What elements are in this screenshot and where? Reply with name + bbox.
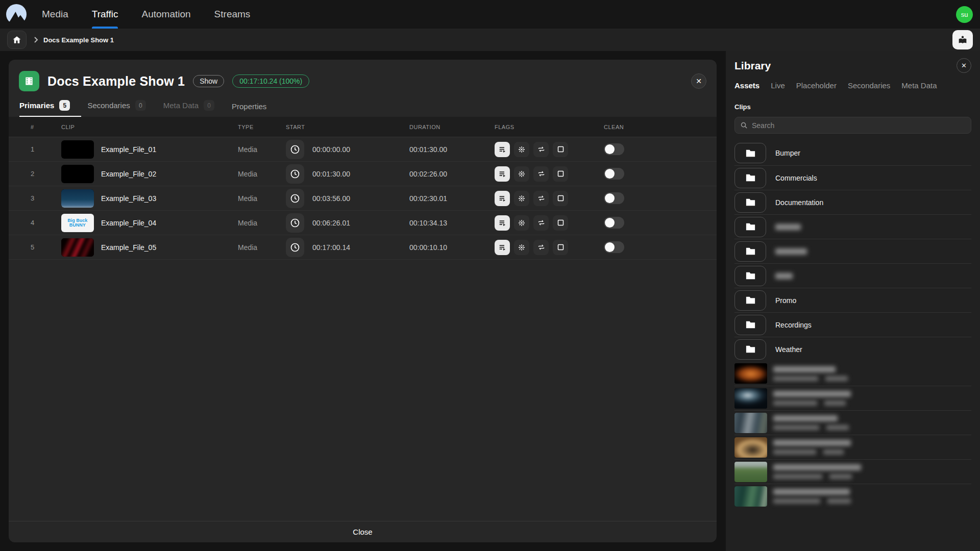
start-time-button[interactable] — [286, 189, 304, 208]
clip-name: Example_File_02 — [101, 170, 156, 178]
library-clip-item[interactable] — [734, 459, 971, 484]
library-tab-live[interactable]: Live — [771, 81, 785, 90]
folder-button[interactable] — [734, 192, 766, 213]
tab-count-badge: 0 — [204, 100, 214, 111]
start-time-button[interactable] — [286, 213, 304, 233]
breadcrumb-current[interactable]: Docs Example Show 1 — [43, 36, 114, 44]
clean-toggle[interactable] — [604, 241, 624, 253]
repeat-flag-button[interactable] — [533, 142, 549, 157]
snowflake-flag-button[interactable] — [514, 215, 529, 231]
snowflake-flag-button[interactable] — [514, 142, 529, 157]
frame-flag-button[interactable] — [553, 142, 568, 157]
start-time-button[interactable] — [286, 238, 304, 257]
folder-button[interactable] — [734, 217, 766, 237]
folder-button[interactable] — [734, 290, 766, 311]
workspace: Docs Example Show 1 Show 00:17:10.24 (10… — [0, 51, 980, 551]
repeat-flag-button[interactable] — [533, 240, 549, 255]
tab-primaries[interactable]: Primaries 5 — [19, 100, 70, 117]
library-tab-assets[interactable]: Assets — [734, 81, 760, 90]
nav-item-traffic[interactable]: Traffic — [83, 0, 128, 29]
library-close-button[interactable]: ✕ — [957, 58, 971, 73]
nav-item-media[interactable]: Media — [33, 0, 78, 29]
tab-properties[interactable]: Properties — [232, 102, 266, 117]
table-row[interactable]: 4 Big Buck BUNNY Example_File_04 Media 0… — [9, 211, 717, 235]
table-row[interactable]: 1 Example_File_01 Media 00:00:00.00 00:0… — [9, 137, 717, 162]
clip-info-redacted — [823, 449, 844, 455]
library-clip-item[interactable] — [734, 410, 971, 435]
col-clip: CLIP — [53, 124, 229, 130]
folder-row[interactable]: Bumper — [734, 141, 971, 165]
user-avatar[interactable]: su — [956, 6, 973, 23]
table-row[interactable]: 3 Example_File_03 Media 00:03:56.00 00:0… — [9, 186, 717, 211]
show-detail-modal: Docs Example Show 1 Show 00:17:10.24 (10… — [9, 60, 717, 542]
modal-header: Docs Example Show 1 Show 00:17:10.24 (10… — [9, 60, 717, 94]
folder-button[interactable] — [734, 315, 766, 335]
frame-flag-button[interactable] — [553, 215, 568, 231]
frame-flag-button[interactable] — [553, 240, 568, 255]
library-clip-item[interactable] — [734, 361, 971, 386]
library-tab-placeholder[interactable]: Placeholder — [796, 81, 837, 90]
playlist-play-flag-button[interactable] — [495, 142, 510, 157]
folder-row[interactable]: Recordings — [734, 312, 971, 337]
folder-button[interactable] — [734, 266, 766, 286]
clean-toggle[interactable] — [604, 217, 624, 229]
snowflake-flag-button[interactable] — [514, 166, 529, 182]
folder-button[interactable] — [734, 339, 766, 360]
nav-item-automation[interactable]: Automation — [132, 0, 200, 29]
nav-item-streams[interactable]: Streams — [205, 0, 260, 29]
folder-button[interactable] — [734, 168, 766, 188]
frame-flag-button[interactable] — [553, 191, 568, 206]
clip-type: Media — [229, 194, 277, 203]
clean-toggle[interactable] — [604, 192, 624, 204]
library-clip-item[interactable] — [734, 435, 971, 459]
snowflake-flag-button[interactable] — [514, 240, 529, 255]
duration: 00:00:10.10 — [401, 243, 486, 252]
library-search[interactable] — [734, 117, 971, 134]
library-clip-item[interactable] — [734, 484, 971, 508]
clean-toggle[interactable] — [604, 143, 624, 155]
clip-duration-redacted — [773, 474, 822, 479]
folder-row[interactable]: Documentation — [734, 190, 971, 214]
folder-row[interactable] — [734, 239, 971, 263]
playlist-play-flag-button[interactable] — [495, 166, 510, 182]
app-logo[interactable] — [0, 0, 33, 29]
library-tab-meta-data[interactable]: Meta Data — [901, 81, 937, 90]
folder-icon — [745, 343, 756, 355]
clip-duration-redacted — [773, 400, 817, 406]
playlist-play-flag-button[interactable] — [495, 240, 510, 255]
table-row[interactable]: 5 Example_File_05 Media 00:17:00.14 00:0… — [9, 235, 717, 260]
library-clip-item[interactable] — [734, 386, 971, 410]
folder-row[interactable]: Commercials — [734, 165, 971, 190]
clip-thumbnail — [61, 238, 94, 257]
modal-close-button[interactable]: ✕ — [691, 73, 706, 89]
repeat-flag-button[interactable] — [533, 215, 549, 231]
folder-button[interactable] — [734, 241, 766, 262]
repeat-flag-button[interactable] — [533, 166, 549, 182]
playlist-play-flag-button[interactable] — [495, 191, 510, 206]
start-time-button[interactable] — [286, 140, 304, 159]
search-input[interactable] — [752, 121, 966, 130]
start-time-button[interactable] — [286, 164, 304, 184]
folder-row[interactable]: Weather — [734, 337, 971, 361]
home-button[interactable] — [7, 31, 27, 49]
close-button[interactable]: Close — [353, 528, 372, 536]
playlist-play-flag-button[interactable] — [495, 215, 510, 231]
folder-label-redacted — [775, 224, 801, 230]
folder-button[interactable] — [734, 143, 766, 163]
start-time: 00:06:26.01 — [312, 219, 350, 227]
clean-toggle[interactable] — [604, 168, 624, 180]
tab-meta-data[interactable]: Meta Data 0 — [163, 100, 214, 117]
tab-secondaries[interactable]: Secondaries 0 — [87, 100, 145, 117]
folder-row[interactable]: Promo — [734, 288, 971, 312]
clip-name-redacted — [773, 391, 851, 397]
library-toggle-button[interactable] — [952, 30, 973, 49]
repeat-flag-button[interactable] — [533, 191, 549, 206]
folder-row[interactable] — [734, 214, 971, 239]
modal-tabs: Primaries 5 Secondaries 0 Meta Data 0 Pr… — [9, 94, 717, 117]
folder-row[interactable] — [734, 263, 971, 288]
snowflake-flag-button[interactable] — [514, 191, 529, 206]
table-row[interactable]: 2 Example_File_02 Media 00:01:30.00 00:0… — [9, 162, 717, 186]
frame-flag-button[interactable] — [553, 166, 568, 182]
library-panel: Library ✕ Assets Live Placeholder Second… — [726, 51, 980, 551]
library-tab-secondaries[interactable]: Secondaries — [848, 81, 890, 90]
